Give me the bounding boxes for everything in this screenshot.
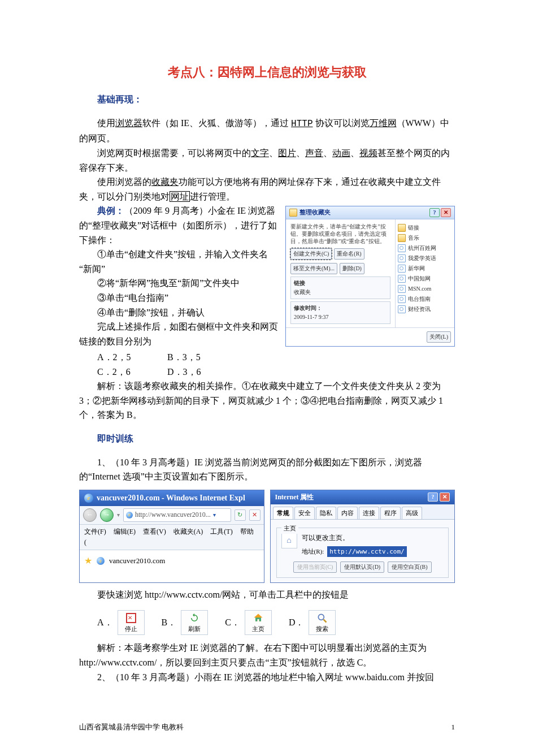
use-current-button[interactable]: 使用当前页(C) [293, 561, 337, 573]
list-item[interactable]: 财经资讯 [398, 304, 452, 314]
close-button[interactable]: 关闭(L) [427, 331, 451, 343]
section-practice: 即时训练 [79, 431, 455, 446]
toolbar-options: A． 停止 B． 刷新 C． 主页 D [97, 610, 455, 636]
page-icon: e [126, 512, 133, 519]
paragraph-favorites: 使用浏览器的收藏夹功能可以方便地将有用的网址保存下来，通过在收藏夹中建立文件夹，… [79, 175, 455, 204]
choice-c: C．2，6 [97, 365, 165, 379]
dialog-instructions: 要新建文件夹，请单击“创建文件夹”按钮。要删除或重命名项目，请先选定项目，然后单… [290, 223, 390, 245]
menu-view[interactable]: 查看(V) [143, 528, 166, 535]
home-icon [253, 612, 264, 624]
props-title: Internet 属性 [275, 492, 314, 503]
svg-line-1 [324, 619, 327, 622]
stop-button[interactable]: ✕ [249, 509, 261, 521]
homepage-hint: 可以更改主页。 [302, 533, 444, 543]
page-number: 1 [451, 722, 455, 733]
option-d-label: D． [289, 615, 305, 630]
choice-b: B．3，5 [167, 350, 235, 365]
tab-privacy[interactable]: 隐私 [316, 507, 336, 520]
selection-info: 链接 收藏夹 [290, 277, 390, 299]
ie-logo-icon: e [84, 494, 93, 503]
option-a-label: A． [97, 615, 113, 630]
list-item[interactable]: 电台指南 [398, 294, 452, 304]
section-basics: 基础再现： [79, 92, 455, 107]
footer-school: 山西省翼城县清华园中学 电教科 [79, 722, 184, 733]
analysis-1: 解析：该题考察收藏夹的相关操作。①在收藏夹中建立了一个文件夹使文件夹从 2 变为… [79, 379, 455, 422]
page-icon [398, 305, 406, 313]
choice-a: A．2，5 [97, 350, 165, 365]
tab-label[interactable]: vancuver2010.com [109, 555, 165, 567]
paragraph-save: 浏览网页时根据需要，可以将网页中的文字、图片、声音、动画、视频甚至整个网页的内容… [79, 146, 455, 175]
question-1-ask: 要快速浏览 http://www.cctv.com/网站，可单击工具栏中的按钮是 [79, 587, 455, 602]
answer-choices: A．2，5 B．3，5 C．2，6 D．3，6 [97, 350, 455, 379]
back-button[interactable]: ← [83, 508, 97, 522]
use-blank-button[interactable]: 使用空白页(B) [388, 561, 431, 573]
use-default-button[interactable]: 使用默认页(D) [340, 561, 384, 573]
create-folder-button[interactable]: 创建文件夹(C) [290, 248, 332, 260]
svg-point-0 [319, 614, 324, 620]
refresh-icon [189, 612, 200, 624]
address-label: 地址(R): [302, 547, 324, 557]
move-to-folder-button[interactable]: 移至文件夹(M)... [290, 263, 337, 274]
tab-general[interactable]: 常规 [273, 507, 293, 520]
tab-connections[interactable]: 连接 [359, 507, 379, 520]
list-item[interactable]: 我爱学英语 [398, 253, 452, 263]
folder-icon [398, 224, 406, 232]
help-icon[interactable]: ? [429, 208, 440, 217]
page-icon [398, 275, 406, 283]
forward-button[interactable]: → [100, 508, 114, 522]
home-toolbar-button[interactable]: 主页 [245, 610, 272, 636]
favorites-star-icon[interactable]: ★ [84, 554, 92, 568]
homepage-icon: ⌂ [281, 533, 297, 548]
list-item[interactable]: 新华网 [398, 263, 452, 274]
tab-advanced[interactable]: 高级 [402, 507, 422, 520]
menu-favorites[interactable]: 收藏夹(A) [173, 528, 203, 535]
page-title: 考点八：因特网上信息的浏览与获取 [79, 62, 455, 82]
dialog-title: 整理收藏夹 [299, 208, 331, 218]
question-2-lead: 2、（10 年 3 月高考题）小雨在 IE 浏览器的地址栏中输入网址 www.b… [79, 670, 455, 685]
menu-tools[interactable]: 工具(T) [210, 528, 232, 535]
delete-button[interactable]: 删除(D) [340, 263, 364, 274]
close-icon[interactable]: ✕ [441, 208, 451, 217]
refresh-toolbar-button[interactable]: 刷新 [181, 610, 208, 636]
page-icon [398, 254, 406, 262]
question-1-lead: 1、（10 年 3 月高考题）IE 浏览器当前浏览网页的部分截图如左下图所示，浏… [79, 455, 455, 484]
page-icon [398, 265, 406, 273]
page-icon [398, 244, 406, 252]
rename-button[interactable]: 重命名(R) [334, 248, 364, 260]
list-item[interactable]: 链接 [398, 223, 452, 233]
organize-favorites-dialog: 整理收藏夹 ? ✕ 要新建文件夹，请单击“创建文件夹”按钮。要删除或重命名项目，… [285, 206, 455, 347]
tab-programs[interactable]: 程序 [380, 507, 401, 520]
favorites-list: 链接 音乐 杭州百姓网 我爱学英语 新华网 中国知网 MSN.com 电台指南 … [398, 223, 452, 314]
address-input[interactable]: e http://www.vancuver2010... ▾ [123, 508, 231, 521]
list-item[interactable]: 杭州百姓网 [398, 243, 452, 253]
tab-content[interactable]: 内容 [337, 507, 358, 520]
internet-properties-dialog: Internet 属性 ? ✕ 常规 安全 隐私 内容 连接 程序 高级 主页 [270, 490, 455, 584]
figure-row: e vancuver2010.com - Windows Internet Ex… [79, 490, 455, 584]
search-icon [316, 612, 328, 624]
close-icon[interactable]: ✕ [440, 493, 450, 502]
help-icon[interactable]: ? [428, 493, 438, 502]
ie-address-bar: ← → ▾ e http://www.vancuver2010... ▾ ↻ ✕ [80, 506, 264, 525]
menu-edit[interactable]: 编辑(E) [114, 528, 136, 535]
option-c-label: C． [225, 615, 240, 630]
refresh-button[interactable]: ↻ [235, 509, 246, 521]
tab-security[interactable]: 安全 [294, 507, 315, 520]
modified-info: 修改时间： 2009-11-7 9:37 [290, 301, 390, 324]
folder-icon [398, 234, 406, 242]
list-item[interactable]: MSN.com [398, 284, 452, 294]
choice-d: D．3，6 [167, 365, 235, 379]
menu-file[interactable]: 文件(F) [84, 528, 106, 535]
option-b-label: B． [162, 615, 177, 630]
search-toolbar-button[interactable]: 搜索 [309, 610, 336, 636]
homepage-address-input[interactable]: http://www.cctv.com/ [327, 546, 406, 558]
list-item[interactable]: 音乐 [398, 233, 452, 243]
list-item[interactable]: 中国知网 [398, 274, 452, 284]
page-footer: 山西省翼城县清华园中学 电教科 1 [79, 722, 455, 733]
ie-window: e vancuver2010.com - Windows Internet Ex… [79, 490, 264, 584]
analysis-2: 解析：本题考察学生对 IE 浏览器的了解。在右下图中可以明显看出浏览器的主页为 … [79, 641, 455, 669]
stop-toolbar-button[interactable]: 停止 [118, 610, 145, 636]
page-icon: e [97, 557, 105, 565]
favorites-icon [289, 209, 297, 217]
page-icon [398, 295, 406, 303]
props-tabs: 常规 安全 隐私 内容 连接 程序 高级 [271, 504, 455, 520]
